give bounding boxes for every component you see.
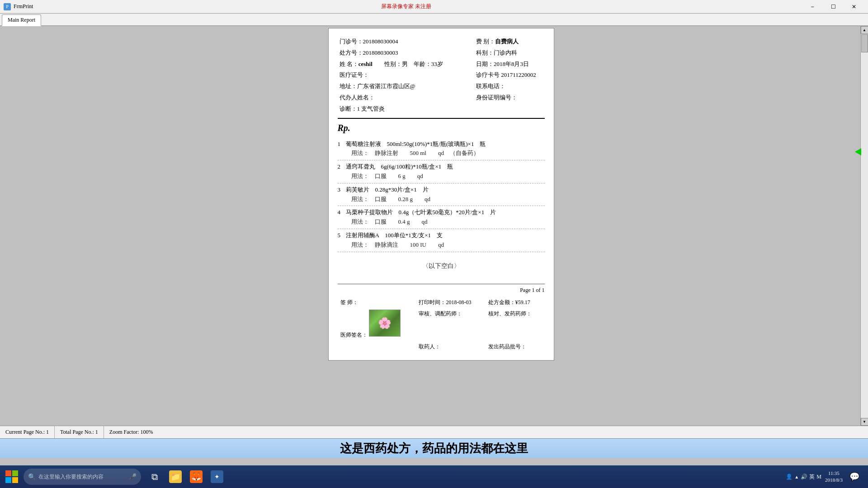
fee-label: 费 别：自费病人 bbox=[475, 37, 544, 47]
task-view-button[interactable]: ⧉ bbox=[145, 468, 165, 486]
left-panel bbox=[0, 26, 216, 426]
doctor-label: 签 师： bbox=[339, 297, 416, 308]
svg-rect-2 bbox=[5, 477, 11, 483]
drug-item-3: 3 莉芙敏片 0.28g*30片/盒×1 片 用法： 口服 0.28 g qd bbox=[338, 183, 545, 206]
notification-button[interactable]: 💬 bbox=[846, 469, 863, 485]
id-card-label: 身份证明编号： bbox=[475, 93, 544, 103]
agent-label: 代办人姓名： bbox=[339, 93, 455, 103]
taskbar-apps: ⧉ 📁 🦊 ✦ bbox=[145, 468, 227, 486]
watermark-text: 屏幕录像专家 未注册 bbox=[381, 3, 431, 10]
footer-table: 签 师： 打印时间：2018-08-03 处方金额：¥59.17 医师签名： 审… bbox=[338, 296, 545, 353]
rp-section: Rp. 1 葡萄糖注射液 500ml:50g(10%)*1瓶/瓶(玻璃瓶)×1 … bbox=[338, 118, 545, 280]
drug-item-1: 1 葡萄糖注射液 500ml:50g(10%)*1瓶/瓶(玻璃瓶)×1 瓶 用法… bbox=[338, 138, 545, 161]
doctor-sign: 医师签名： bbox=[339, 309, 416, 340]
scroll-thumb[interactable] bbox=[861, 34, 868, 52]
firefox-icon: 🦊 bbox=[190, 470, 203, 483]
scroll-down-button[interactable]: ▼ bbox=[861, 418, 868, 426]
drug-name-row-1: 1 葡萄糖注射液 500ml:50g(10%)*1瓶/瓶(玻璃瓶)×1 瓶 bbox=[338, 140, 545, 149]
print-time: 打印时间：2018-08-03 bbox=[417, 297, 485, 308]
rp-label: Rp. bbox=[338, 121, 545, 135]
arrow-up-icon: ▲ bbox=[794, 474, 799, 479]
drug-usage-2: 用法： 口服 6 g qd bbox=[351, 172, 545, 181]
document-page: 门诊号：201808030004 费 别：自费病人 处方号：2018080300… bbox=[328, 28, 554, 361]
drug-name-row-2: 2 通窍耳聋丸 6g(6g/100粒)*10瓶/盒×1 瓶 bbox=[338, 162, 545, 172]
diag-card-label: 诊疗卡号 201711220002 bbox=[475, 70, 544, 80]
close-button[interactable]: ✕ bbox=[844, 0, 864, 14]
windows-logo-icon bbox=[5, 470, 19, 483]
take-label: 取药人： bbox=[417, 342, 485, 352]
drug-usage-5: 用法： 静脉滴注 100 IU qd bbox=[351, 240, 545, 250]
drug-usage-3: 用法： 口服 0.28 g qd bbox=[351, 195, 545, 204]
diagnosis-label: 诊断：1 支气管炎 bbox=[339, 104, 455, 114]
search-placeholder-text: 在这里输入你要搜索的内容 bbox=[38, 473, 104, 481]
title-bar: P FrmPrint 屏幕录像专家 未注册 − ☐ ✕ bbox=[0, 0, 868, 14]
drug-usage-1: 用法： 静脉注射 500 ml qd （自备药） bbox=[351, 149, 545, 158]
scroll-up-button[interactable]: ▲ bbox=[861, 26, 868, 34]
lang-indicator: 英 bbox=[809, 473, 815, 481]
start-button[interactable] bbox=[2, 468, 22, 486]
phone-label: 联系电话： bbox=[475, 81, 544, 92]
svg-rect-1 bbox=[12, 470, 18, 476]
review-label: 审核、调配药师： bbox=[417, 309, 485, 340]
scroll-track bbox=[861, 34, 868, 418]
dept-label: 科别：门诊内科 bbox=[475, 48, 544, 58]
subtitle-banner: 这是西药处方，药品的用法都在这里 bbox=[0, 438, 868, 458]
app5[interactable]: ✦ bbox=[207, 468, 227, 486]
drug-name-row-3: 3 莉芙敏片 0.28g*30片/盒×1 片 bbox=[338, 185, 545, 195]
date-label: 日期：2018年8月3日 bbox=[475, 59, 544, 70]
main-report-tab[interactable]: Main Report bbox=[2, 14, 41, 26]
status-bar: Current Page No.: 1 Total Page No.: 1 Zo… bbox=[0, 426, 868, 438]
blank-space: 〈以下空白〉 bbox=[338, 252, 545, 280]
cursor-arrow-indicator bbox=[855, 148, 861, 155]
clinic-no-label: 门诊号：201808030004 bbox=[339, 37, 455, 47]
check-label: 核对、发药药师： bbox=[486, 309, 544, 340]
page-indicator: Page 1 of 1 bbox=[338, 286, 545, 295]
patient-info-table: 门诊号：201808030004 费 别：自费病人 处方号：2018080300… bbox=[338, 36, 545, 115]
address-label: 地址：广东省湛江市霞山区@ bbox=[339, 81, 455, 92]
firefox-app[interactable]: 🦊 bbox=[186, 468, 206, 486]
current-page-status: Current Page No.: 1 bbox=[0, 426, 55, 438]
app5-icon: ✦ bbox=[211, 470, 223, 483]
prescription-no-label: 处方号：201808030003 bbox=[339, 48, 455, 58]
scrollbar[interactable]: ▲ ▼ bbox=[860, 26, 868, 426]
search-icon: 🔍 bbox=[28, 473, 36, 481]
svg-rect-0 bbox=[5, 470, 11, 476]
task-view-icon: ⧉ bbox=[148, 470, 161, 483]
document-area: 门诊号：201808030004 费 别：自费病人 处方号：2018080300… bbox=[216, 26, 666, 426]
doc-footer: Page 1 of 1 签 师： 打印时间：2018-08-03 处方金额：¥5… bbox=[338, 284, 545, 353]
drug-usage-4: 用法： 口服 0.4 g qd bbox=[351, 217, 545, 227]
drug-item-2: 2 通窍耳聋丸 6g(6g/100粒)*10瓶/盒×1 瓶 用法： 口服 6 g… bbox=[338, 160, 545, 183]
taskbar-search-bar[interactable]: 🔍 在这里输入你要搜索的内容 🎤 bbox=[24, 469, 141, 485]
zoom-status: Zoom Factor: 100% bbox=[104, 426, 159, 438]
medical-id-label: 医疗证号： bbox=[339, 70, 455, 80]
person-icon: 👤 bbox=[786, 474, 793, 480]
drug-name-row-5: 5 注射用辅酶A 100单位*1支/支×1 支 bbox=[338, 231, 545, 240]
tab-bar: Main Report bbox=[0, 14, 868, 26]
doctor-seal bbox=[369, 310, 401, 337]
taskbar-right: 👤 ▲ 🔊 英 M 11:35 2018/8/3 💬 bbox=[786, 469, 866, 485]
right-panel bbox=[666, 26, 860, 426]
amount: 处方金额：¥59.17 bbox=[486, 297, 544, 308]
system-tray: 👤 ▲ 🔊 英 M bbox=[786, 473, 821, 481]
speaker-icon: 🔊 bbox=[801, 474, 807, 480]
taskbar-time: 11:35 2018/8/3 bbox=[825, 470, 843, 484]
taskbar: 🔍 在这里输入你要搜索的内容 🎤 ⧉ 📁 🦊 ✦ 👤 ▲ 🔊 英 M 11:35… bbox=[0, 465, 868, 488]
main-area: 门诊号：201808030004 费 别：自费病人 处方号：2018080300… bbox=[0, 26, 868, 426]
maximize-button[interactable]: ☐ bbox=[823, 0, 844, 14]
file-explorer-icon: 📁 bbox=[169, 470, 182, 483]
total-page-status: Total Page No.: 1 bbox=[55, 426, 104, 438]
name-label: 姓 名：ceshil 性别：男 年龄：33岁 bbox=[339, 59, 455, 70]
file-explorer-app[interactable]: 📁 bbox=[165, 468, 185, 486]
app-icon: P bbox=[4, 3, 11, 10]
minimize-button[interactable]: − bbox=[802, 0, 823, 14]
drug-name-row-4: 4 马栗种子提取物片 0.4g（七叶素50毫克）*20片/盒×1 片 bbox=[338, 208, 545, 217]
svg-rect-3 bbox=[12, 477, 18, 483]
window-controls: − ☐ ✕ bbox=[802, 0, 864, 14]
drug-item-4: 4 马栗种子提取物片 0.4g（七叶素50毫克）*20片/盒×1 片 用法： 口… bbox=[338, 206, 545, 229]
ime-indicator: M bbox=[816, 474, 821, 480]
microphone-icon: 🎤 bbox=[129, 473, 137, 481]
batch-label: 发出药品批号： bbox=[486, 342, 544, 352]
title-bar-left: P FrmPrint bbox=[4, 3, 33, 10]
drug-item-5: 5 注射用辅酶A 100单位*1支/支×1 支 用法： 静脉滴注 100 IU … bbox=[338, 229, 545, 252]
title-bar-title: FrmPrint bbox=[14, 3, 33, 10]
